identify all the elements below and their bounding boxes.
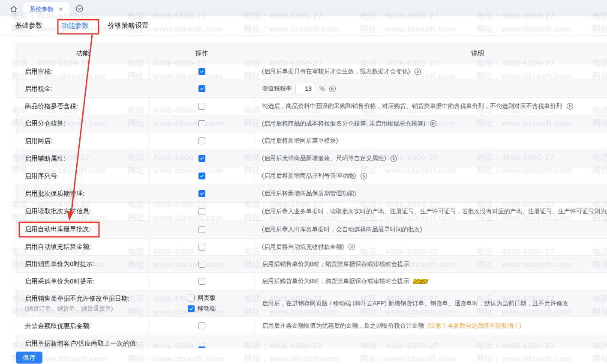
table-header-row: 功能操作说明 [16, 43, 607, 63]
operation-cell [150, 63, 254, 80]
row-label: 启用自动出库最早批次: [25, 225, 149, 233]
checkbox-unchecked[interactable] [198, 244, 205, 251]
subnav-tab-1[interactable]: 功能参数 [61, 21, 89, 30]
row-label: 启用网店: [25, 137, 149, 145]
tab-list-dropdown-icon[interactable] [75, 5, 84, 13]
row-sublabel: (销货订单、销货单、销货退货单) [25, 305, 149, 313]
checkbox-unchecked[interactable] [198, 278, 205, 285]
row-label: 开票金额取优惠后金额: [25, 322, 149, 330]
table-row: 启用读取批次实时信息:(启用后录入业务单据时，读取批次实时的产地、注册证号、生产… [16, 203, 607, 221]
play-icon[interactable] [430, 120, 437, 127]
table-row: 启用销售类单据不允许修改单据日期:(销货订单、销货单、销货退货单)网页版移动端启… [16, 290, 607, 317]
row-description: 启用后销售单价为0时，销货类单据保存或审核时会提示 [262, 260, 409, 268]
row-label: 启用批次保质期管理: [25, 190, 149, 198]
function-cell: 启用销售单价为0时提示: [16, 256, 150, 272]
checkbox-unchecked[interactable] [198, 261, 205, 268]
table-row: 启用审核:(启用后单据只有在审核后才会生效，报表数据才会变化) [16, 63, 607, 80]
table-row: 启用网店:(启用后将新增网店菜单模块) [16, 132, 607, 150]
checkbox-checked[interactable] [188, 305, 195, 312]
table-row: 启用自动填充结算金额:(启用后将自动填充收付款金额) [16, 239, 607, 256]
function-cell: 启用单据新增客户/供应商取上一次的值: [16, 335, 150, 348]
save-button[interactable]: 保存 [16, 352, 42, 364]
checkbox-unchecked[interactable] [198, 208, 205, 215]
row-description: (启用后将自动填充收付款金额) [262, 243, 344, 251]
play-icon[interactable] [360, 173, 367, 180]
row-description: (启用后将商品的成本将根据各分仓核算, 未启用根据总仓核算) [262, 120, 425, 128]
table-row: 开票金额取优惠后金额:启用后开票金额取值为优惠后的金额，反之则取价税合计金额(注… [16, 317, 607, 335]
table-row: 启用序列号:(启用后将新增商品序列号管理功能) [16, 167, 607, 185]
table-header-cell: 操作 [150, 43, 254, 63]
function-cell: 商品价格是否含税: [16, 98, 150, 115]
checkbox-checked[interactable] [198, 155, 205, 162]
checkbox-checked[interactable] [198, 346, 205, 348]
row-label: 启用销售单价为0时提示: [25, 260, 149, 268]
subnav-tab-2[interactable]: 价格策略设置 [108, 21, 149, 30]
watermark-text: 网址：www.tdxsoft.com [360, 353, 456, 364]
tax-rate-unit: % [319, 85, 325, 92]
operation-option-label: 网页版 [198, 294, 216, 302]
checkbox-unchecked[interactable] [188, 295, 195, 301]
table-row: 启用分仓核算:(启用后将商品的成本将根据各分仓核算, 未启用根据总仓核算) [16, 115, 607, 132]
checkbox-unchecked[interactable] [198, 120, 205, 127]
parameter-tabs: 基础参数功能参数价格策略设置 [0, 16, 607, 36]
play-icon[interactable] [566, 103, 574, 110]
table-row: 启用自动出库最早批次:(启用后录入出库类单据时，会自动选择商品最早时间的批次) [16, 221, 607, 239]
new-badge: NEW [414, 278, 428, 285]
play-icon[interactable] [348, 243, 355, 251]
function-cell: 启用辅助属性: [16, 150, 150, 167]
checkbox-checked[interactable] [198, 190, 205, 197]
row-label: 启用辅助属性: [25, 155, 149, 163]
top-tab-bar: 系统参数 × [0, 0, 607, 16]
description-cell: (启用后将新增商品序列号管理功能) [254, 167, 607, 185]
function-cell: 开票金额取优惠后金额: [16, 317, 150, 335]
row-label: 启用分仓核算: [25, 119, 149, 128]
function-cell: 启用批次保质期管理: [16, 185, 150, 202]
operation-cell [150, 132, 254, 149]
checkbox-checked[interactable] [198, 68, 205, 75]
play-icon[interactable] [390, 155, 397, 162]
operation-cell [150, 150, 254, 167]
home-icon[interactable] [9, 5, 18, 13]
operation-cell [150, 185, 254, 202]
play-icon[interactable] [414, 68, 421, 75]
operation-cell [150, 115, 254, 132]
description-cell: 启用后，在进销存网页版 / 移动端 (精斗云APP) 新增销货订单、销货单、退货… [254, 290, 607, 316]
operation-cell [150, 203, 254, 220]
checkbox-checked[interactable] [198, 85, 205, 92]
row-label: 启用读取批次实时信息: [25, 207, 149, 215]
row-description: (启用后允许商品新增服装、尺码等自定义属性) [262, 155, 386, 162]
operation-option-label: 移动端 [198, 305, 216, 313]
checkbox-unchecked[interactable] [198, 322, 205, 329]
checkbox-unchecked[interactable] [198, 226, 205, 233]
parameters-table: 功能操作说明启用审核:(启用后单据只有在审核后才会生效，报表数据才会变化)启用税… [16, 43, 607, 348]
function-cell: 启用网店: [16, 132, 150, 149]
tax-rate-input[interactable] [295, 83, 316, 95]
operation-cell: 网页版移动端 [150, 290, 254, 316]
table-row: 启用单据新增客户/供应商取上一次的值: [16, 335, 607, 348]
tab-title: 系统参数 [30, 6, 54, 13]
watermark-text: 网址：www.tdxsoft.com [244, 353, 340, 364]
description-cell: (启用后将新增网店菜单模块) [254, 132, 607, 149]
row-description: (启用后单据只有在审核后才会生效，报表数据才会变化) [262, 68, 410, 75]
description-cell: (启用后将商品的成本将根据各分仓核算, 未启用根据总仓核算) [254, 115, 607, 132]
tab-close-icon[interactable]: × [59, 6, 63, 13]
row-description: (启用后将新增商品保质期管理功能) [262, 190, 356, 197]
table-row: 启用销售单价为0时提示:启用后销售单价为0时，销货类单据保存或审核时会提示 [16, 256, 607, 273]
row-description: 启用后开票金额取值为优惠后的金额，反之则取价税合计金额 [262, 322, 424, 330]
description-cell: (启用后将自动填充收付款金额) [254, 239, 607, 255]
subnav-tab-0[interactable]: 基础参数 [15, 21, 42, 30]
checkbox-unchecked[interactable] [198, 137, 205, 144]
description-cell: (启用后允许商品新增服装、尺码等自定义属性) [254, 150, 607, 167]
operation-option: 移动端 [188, 305, 216, 313]
row-label: 启用税金: [25, 85, 149, 93]
checkbox-unchecked[interactable] [198, 103, 205, 110]
checkbox-checked[interactable] [198, 173, 205, 179]
tab-system-params[interactable]: 系统参数 × [23, 2, 69, 16]
operation-cell [150, 221, 254, 238]
row-label: 启用单据新增客户/供应商取上一次的值: [25, 340, 149, 348]
description-cell: 启用后购货单价为0时，购货类单据保存或审核时会提示NEW [254, 273, 607, 290]
description-cell: 启用后开票金额取值为优惠后的金额，反之则取价税合计金额(注意！本参数勾选后将不能… [254, 317, 607, 335]
play-icon[interactable] [329, 85, 336, 92]
operation-cell [150, 239, 254, 255]
description-cell: (启用后单据只有在审核后才会生效，报表数据才会变化) [254, 63, 607, 80]
